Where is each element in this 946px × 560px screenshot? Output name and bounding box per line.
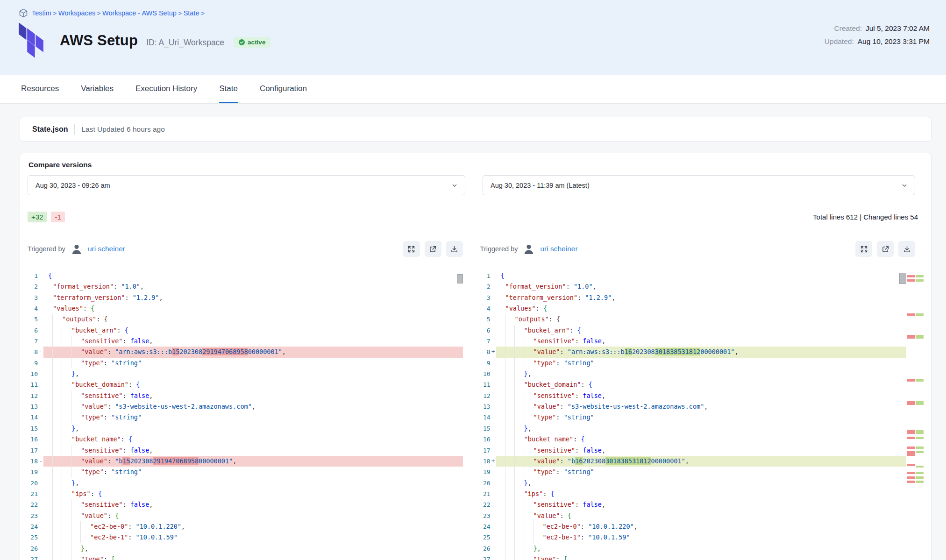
code-token: } [71,425,75,432]
open-external-button[interactable] [425,241,441,257]
code-token: : [128,533,135,541]
tab-execution-history[interactable]: Execution History [135,75,197,103]
code-line-content: "sensitive": false, [496,336,906,347]
code-line-content: "sensitive": false, [43,499,463,510]
code-token: , [75,370,79,377]
compare-versions-heading: Compare versions [28,161,924,169]
line-number: 6 [480,325,491,336]
code-token: : [91,490,98,497]
code-token: "b [568,457,575,465]
diff-marker [38,281,43,292]
breadcrumb-link[interactable]: State [184,9,199,17]
code-line-content: "bucket_domain": { [496,379,906,390]
code-token: { [98,490,102,497]
triggered-by-user-link[interactable]: uri scheiner [88,245,125,253]
code-token: [ [111,555,115,560]
tab-configuration[interactable]: Configuration [260,75,307,103]
tab-state[interactable]: State [219,75,238,103]
code-token: "terraform_version" [505,294,577,301]
code-token: "type" [81,413,104,421]
tab-bar: ResourcesVariablesExecution HistoryState… [0,75,946,104]
line-number: 22 [480,499,491,510]
code-line: 7"sensitive": false, [480,336,906,347]
version-select-right-value: Aug 30, 2023 - 11:39 am (Latest) [491,182,590,189]
line-number: 21 [480,489,491,499]
diff-ruler-mark-removed [907,476,915,479]
code-token: } [71,479,75,487]
code-line-content: "terraform_version": "1.2.9", [43,292,463,303]
breadcrumb-link[interactable]: Workspace - AWS Setup [102,9,177,17]
code-token: "10.0.1.220" [588,523,634,530]
download-button[interactable] [898,241,915,257]
diff-ruler-mark-added [916,472,924,474]
code-line: 24"ec2-be-0": "10.0.1.220", [480,521,906,532]
code-token: "values" [53,305,83,312]
diff-ruler-mark-removed [907,472,915,474]
version-select-right[interactable]: Aug 30, 2023 - 11:39 am (Latest) [483,175,915,195]
code-line: 9"type": "string" [28,358,463,369]
breadcrumb-separator: > [51,10,58,17]
code-line-content: { [496,270,906,281]
diff-marker: + [491,347,496,357]
line-number: 24 [480,521,491,532]
scrollbar-thumb[interactable] [899,273,906,284]
code-token: { [568,512,571,519]
version-select-left[interactable]: Aug 30, 2023 - 09:26 am [28,175,465,195]
triggered-by-user-link[interactable]: uri scheiner [540,245,577,253]
check-icon [239,39,245,45]
code-token: , [181,523,185,530]
code-token: : [556,555,563,560]
code-token: "values" [505,305,536,312]
diff-marker [491,314,496,325]
code-line: 4"values": { [28,303,463,314]
breadcrumb-separator: > [199,10,205,17]
code-token: , [282,348,286,355]
expand-button[interactable] [855,241,872,257]
code-token: : [549,315,556,323]
workspace-meta: Created:Jul 5, 2023 7:02 AM Updated:Aug … [825,20,930,46]
changed-chars: 291947068958 [202,348,248,355]
diff-marker [38,401,43,412]
code-token: 202308 [179,348,202,355]
open-external-button[interactable] [877,241,894,257]
code-line-added: 18+"value": "b16202308301838531812000000… [480,456,906,467]
code-line: 15}, [28,423,463,434]
code-token: , [252,403,256,410]
line-number: 9 [480,358,491,369]
code-token: "ec2-be-1" [543,533,581,541]
line-number: 10 [480,369,491,379]
status-badge-label: active [248,39,265,46]
scrollbar-thumb[interactable] [457,274,463,284]
tab-resources[interactable]: Resources [21,75,59,103]
code-token: 00000001" [248,348,282,355]
code-line: 22"sensitive": false, [28,499,463,510]
breadcrumb-link[interactable]: Workspaces [58,9,96,17]
breadcrumb-link[interactable]: Testim [32,9,51,17]
breadcrumb: Testim > Workspaces > Workspace - AWS Se… [19,8,946,18]
state-diff-editor-left: 1{2"format_version": "1.0",3"terraform_v… [28,270,463,560]
tab-variables[interactable]: Variables [81,75,114,103]
code-token: : [107,512,115,519]
code-token: "10.0.1.59" [136,533,178,541]
code-line: 16"bucket_name": { [480,434,906,445]
code-line-content: "type": "string" [496,358,906,369]
code-token: { [501,272,505,279]
code-token: , [528,370,532,377]
code-token: , [149,392,153,399]
line-number: 12 [480,390,491,401]
download-button[interactable] [446,241,463,257]
diff-ruler-mark-added [916,430,924,434]
expand-button[interactable] [403,241,420,257]
line-number: 8 [480,347,491,357]
code-line-content: "values": { [43,303,463,314]
diff-ruler-mark-added [916,476,924,479]
diff-totals: Total lines 612 | Changed lines 54 [813,213,924,221]
code-line-content: "value": { [496,510,906,521]
diff-marker [38,543,43,554]
code-token: : [96,315,104,323]
code-token: "bucket_name" [71,435,121,443]
code-line: 1{ [28,270,463,281]
code-line: 23"value": { [28,510,463,521]
diff-marker [491,434,496,445]
diff-marker [38,499,43,510]
